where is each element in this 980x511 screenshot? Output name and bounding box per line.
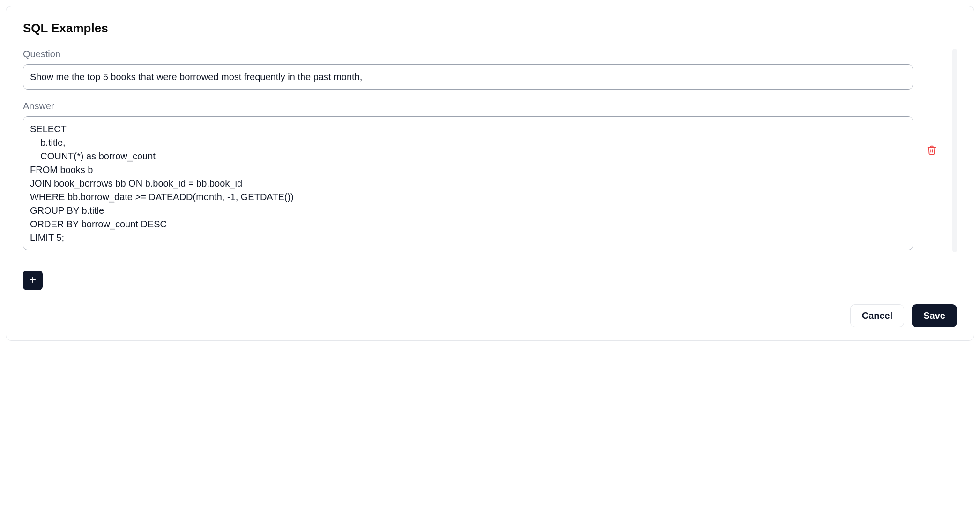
delete-column [922,143,941,158]
trash-icon [927,145,937,157]
plus-icon [29,276,37,286]
footer-actions: Cancel Save [23,304,957,327]
example-row: Question Answer [23,49,957,252]
scrollbar-track[interactable] [952,49,957,252]
section-title: SQL Examples [23,21,957,36]
divider [23,262,957,262]
delete-example-button[interactable] [925,143,939,158]
question-field-group: Question [23,49,913,90]
fields-column: Question Answer [23,49,913,252]
answer-textarea[interactable] [23,116,913,250]
question-input[interactable] [23,64,913,90]
cancel-button[interactable]: Cancel [850,304,905,327]
answer-field-group: Answer [23,101,913,252]
answer-label: Answer [23,101,913,112]
sql-examples-card: SQL Examples Question Answer [6,6,974,341]
save-button[interactable]: Save [912,304,957,327]
question-label: Question [23,49,913,60]
add-example-button[interactable] [23,271,43,290]
